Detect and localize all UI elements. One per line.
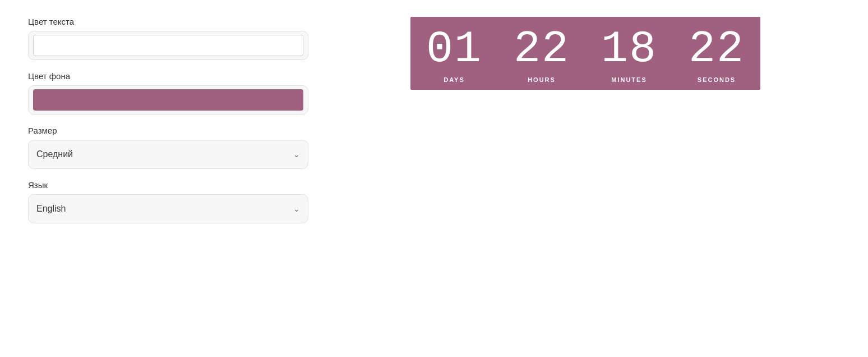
language-chevron-down-icon: ⌄ xyxy=(293,204,300,213)
countdown-minutes-label: MINUTES xyxy=(611,76,647,83)
countdown-hours-label: HOURS xyxy=(528,76,556,83)
language-label: Язык xyxy=(28,180,308,190)
bg-color-input-wrapper[interactable] xyxy=(28,85,308,115)
text-color-input-wrapper[interactable] xyxy=(28,31,308,60)
right-panel: 01 DAYS 22 HOURS 18 MINUTES 22 SECONDS xyxy=(320,11,851,90)
countdown-hours-value: 22 xyxy=(514,27,570,72)
text-color-swatch[interactable] xyxy=(33,35,303,56)
size-group: Размер Средний ⌄ xyxy=(28,126,308,169)
countdown-minutes: 18 MINUTES xyxy=(585,17,673,90)
left-panel: Цвет текста Цвет фона Размер Средний ⌄ Я… xyxy=(17,11,320,240)
size-label: Размер xyxy=(28,126,308,135)
text-color-label: Цвет текста xyxy=(28,17,308,26)
language-group: Язык English ⌄ xyxy=(28,180,308,223)
text-color-group: Цвет текста xyxy=(28,17,308,60)
size-chevron-down-icon: ⌄ xyxy=(293,150,300,159)
bg-color-swatch[interactable] xyxy=(33,89,303,111)
countdown-seconds-label: SECONDS xyxy=(698,76,736,83)
size-select-value: Средний xyxy=(36,149,73,159)
countdown-seconds-value: 22 xyxy=(689,27,745,72)
countdown-seconds: 22 SECONDS xyxy=(673,17,760,90)
countdown-days-value: 01 xyxy=(426,27,482,72)
size-select[interactable]: Средний ⌄ xyxy=(28,140,308,169)
language-select[interactable]: English ⌄ xyxy=(28,194,308,223)
language-select-value: English xyxy=(36,204,66,214)
bg-color-label: Цвет фона xyxy=(28,71,308,81)
countdown-days-label: DAYS xyxy=(444,76,465,83)
countdown-widget: 01 DAYS 22 HOURS 18 MINUTES 22 SECONDS xyxy=(410,17,760,90)
bg-color-group: Цвет фона xyxy=(28,71,308,115)
countdown-days: 01 DAYS xyxy=(410,17,498,90)
countdown-hours: 22 HOURS xyxy=(498,17,585,90)
countdown-minutes-value: 18 xyxy=(601,27,657,72)
